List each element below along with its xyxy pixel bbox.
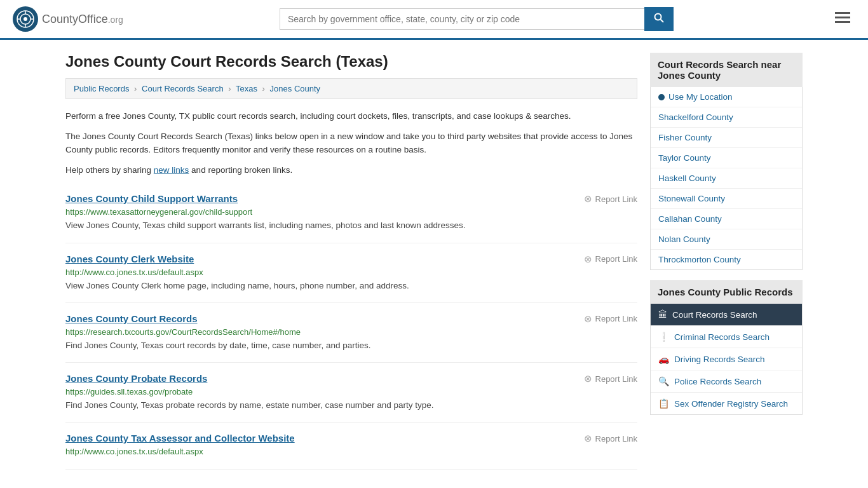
nearby-section-title: Court Records Search near Jones County [650, 53, 803, 87]
result-title-0[interactable]: Jones County Child Support Warrants [65, 193, 238, 204]
result-desc-1: View Jones County Clerk home page, inclu… [65, 280, 637, 292]
breadcrumb-jones-county[interactable]: Jones County [270, 84, 321, 93]
report-icon-1: ⊗ [584, 254, 592, 265]
report-icon-2: ⊗ [584, 313, 592, 325]
public-records-section: Jones County Public Records 🏛Court Recor… [650, 280, 803, 415]
svg-point-7 [654, 14, 661, 20]
nearby-county-link-5[interactable]: Callahan County [658, 214, 722, 224]
result-url-0[interactable]: https://www.texasattorneygeneral.gov/chi… [65, 207, 637, 217]
result-header: Jones County Child Support Warrants ⊗ Re… [65, 193, 637, 205]
svg-point-2 [24, 17, 27, 21]
nearby-county-link-2[interactable]: Taylor County [658, 153, 711, 163]
breadcrumb-public-records[interactable]: Public Records [74, 84, 129, 93]
result-url-1[interactable]: http://www.co.jones.tx.us/default.aspx [65, 268, 637, 277]
result-item: Jones County Probate Records ⊗ Report Li… [65, 363, 637, 423]
pub-records-link-4[interactable]: Sex Offender Registry Search [674, 399, 788, 409]
result-item: Jones County Child Support Warrants ⊗ Re… [65, 183, 637, 243]
menu-button[interactable] [830, 8, 855, 30]
nearby-section: Court Records Search near Jones County U… [650, 53, 803, 270]
breadcrumb: Public Records › Court Records Search › … [65, 78, 637, 99]
pub-records-link-1[interactable]: Criminal Records Search [674, 332, 770, 342]
report-link-4[interactable]: ⊗ Report Link [584, 433, 637, 444]
nearby-county-1[interactable]: Fisher County [651, 128, 802, 148]
pub-records-link-2[interactable]: Driving Records Search [674, 355, 765, 364]
result-item: Jones County Clerk Website ⊗ Report Link… [65, 243, 637, 303]
nearby-county-link-3[interactable]: Haskell County [658, 173, 716, 183]
nearby-county-4[interactable]: Stonewall County [651, 189, 802, 209]
result-header: Jones County Court Records ⊗ Report Link [65, 313, 637, 325]
breadcrumb-texas[interactable]: Texas [236, 84, 257, 93]
result-header: Jones County Probate Records ⊗ Report Li… [65, 373, 637, 384]
logo-text: CountyOffice.org [42, 13, 123, 26]
sidebar: Court Records Search near Jones County U… [650, 53, 803, 470]
use-my-location-item[interactable]: Use My Location [651, 87, 802, 107]
report-icon-3: ⊗ [584, 373, 592, 384]
nearby-county-link-6[interactable]: Nolan County [658, 234, 710, 244]
nearby-county-link-1[interactable]: Fisher County [658, 133, 712, 142]
pub-records-link-3[interactable]: Police Records Search [674, 377, 761, 386]
nearby-county-6[interactable]: Nolan County [651, 229, 802, 250]
public-records-title: Jones County Public Records [650, 280, 803, 304]
report-icon-0: ⊗ [584, 193, 592, 205]
svg-rect-10 [835, 17, 850, 18]
pub-records-icon-4: 📋 [658, 398, 669, 409]
main-container: Jones County Court Records Search (Texas… [53, 40, 815, 482]
pub-records-item-0[interactable]: 🏛Court Records Search [651, 304, 802, 326]
main-content: Jones County Court Records Search (Texas… [65, 53, 637, 470]
nearby-county-5[interactable]: Callahan County [651, 209, 802, 229]
pub-records-item-1[interactable]: ❕Criminal Records Search [651, 326, 802, 348]
pub-records-icon-3: 🔍 [658, 376, 669, 386]
result-header: Jones County Clerk Website ⊗ Report Link [65, 254, 637, 265]
breadcrumb-court-records-search[interactable]: Court Records Search [142, 84, 224, 93]
pub-records-icon-0: 🏛 [658, 309, 667, 320]
result-desc-2: Find Jones County, Texas court records b… [65, 339, 637, 352]
result-item: Jones County Tax Assessor and Collector … [65, 423, 637, 470]
use-my-location-label: Use My Location [668, 92, 733, 102]
nearby-list: Use My Location Shackelford CountyFisher… [650, 87, 803, 270]
svg-rect-11 [835, 21, 850, 23]
nearby-county-link-7[interactable]: Throckmorton County [658, 255, 741, 264]
location-dot-icon [658, 94, 665, 100]
svg-rect-9 [835, 12, 850, 14]
search-input[interactable] [280, 8, 644, 30]
report-link-2[interactable]: ⊗ Report Link [584, 313, 637, 325]
nearby-county-2[interactable]: Taylor County [651, 148, 802, 168]
result-desc-3: Find Jones County, Texas probate records… [65, 399, 637, 412]
nearby-county-0[interactable]: Shackelford County [651, 107, 802, 128]
result-url-3[interactable]: https://guides.sll.texas.gov/probate [65, 387, 637, 396]
result-item: Jones County Court Records ⊗ Report Link… [65, 303, 637, 363]
pub-records-item-4[interactable]: 📋Sex Offender Registry Search [651, 393, 802, 414]
svg-line-8 [660, 20, 663, 23]
intro-paragraph-1: Perform a free Jones County, TX public c… [65, 109, 637, 123]
report-link-1[interactable]: ⊗ Report Link [584, 254, 637, 265]
report-link-3[interactable]: ⊗ Report Link [584, 373, 637, 384]
pub-records-label-0: Court Records Search [672, 310, 757, 320]
result-header: Jones County Tax Assessor and Collector … [65, 433, 637, 444]
nearby-county-3[interactable]: Haskell County [651, 168, 802, 189]
result-url-4[interactable]: http://www.co.jones.tx.us/default.aspx [65, 447, 637, 456]
intro-paragraph-3: Help others by sharing new links and rep… [65, 163, 637, 177]
result-url-2[interactable]: https://research.txcourts.gov/CourtRecor… [65, 327, 637, 337]
new-links-link[interactable]: new links [154, 165, 189, 175]
result-title-3[interactable]: Jones County Probate Records [65, 373, 207, 384]
logo-icon [13, 6, 38, 32]
report-icon-4: ⊗ [584, 433, 592, 444]
result-desc-0: View Jones County, Texas child support w… [65, 219, 637, 232]
nearby-county-link-0[interactable]: Shackelford County [658, 112, 733, 122]
result-title-1[interactable]: Jones County Clerk Website [65, 254, 194, 264]
nearby-counties-list: Shackelford CountyFisher CountyTaylor Co… [651, 107, 802, 269]
page-title: Jones County Court Records Search (Texas… [65, 53, 637, 71]
header: CountyOffice.org [0, 0, 868, 40]
report-link-0[interactable]: ⊗ Report Link [584, 193, 637, 205]
pub-records-item-2[interactable]: 🚗Driving Records Search [651, 348, 802, 370]
nearby-county-link-4[interactable]: Stonewall County [658, 194, 725, 203]
result-title-4[interactable]: Jones County Tax Assessor and Collector … [65, 433, 295, 444]
logo-area: CountyOffice.org [13, 6, 123, 32]
pub-records-icon-1: ❕ [658, 332, 669, 342]
intro-paragraph-2: The Jones County Court Records Search (T… [65, 130, 637, 157]
public-records-list: 🏛Court Records Search❕Criminal Records S… [650, 304, 803, 415]
result-title-2[interactable]: Jones County Court Records [65, 313, 198, 324]
nearby-county-7[interactable]: Throckmorton County [651, 250, 802, 269]
pub-records-item-3[interactable]: 🔍Police Records Search [651, 370, 802, 393]
search-button[interactable] [644, 7, 674, 31]
